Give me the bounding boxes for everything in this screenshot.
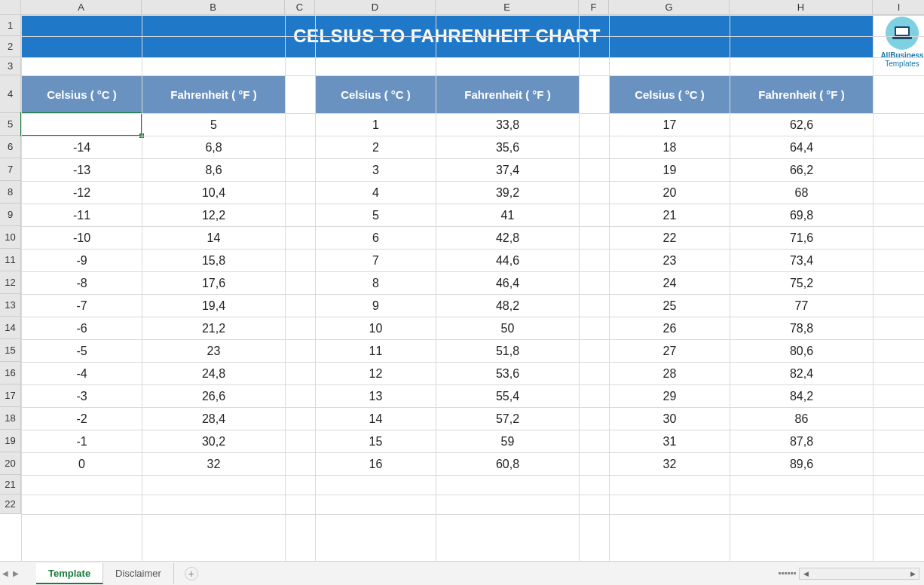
cell-celsius[interactable]: 32 [610, 453, 730, 476]
cell-celsius[interactable]: 28 [610, 363, 730, 385]
cell-celsius[interactable]: -14 [22, 136, 142, 159]
cell-celsius[interactable]: 27 [610, 340, 730, 363]
cell-fahrenheit[interactable]: 89,6 [730, 453, 874, 476]
cell-fahrenheit[interactable]: 32 [142, 453, 286, 476]
cell-celsius[interactable]: 14 [316, 408, 436, 430]
cell-celsius[interactable]: -5 [22, 340, 142, 363]
cell-celsius[interactable]: 10 [316, 317, 436, 340]
cell-fahrenheit[interactable]: 21,2 [142, 317, 286, 340]
cell-fahrenheit[interactable]: 37,4 [436, 159, 580, 182]
tab-disclaimer[interactable]: Disclaimer [103, 563, 174, 584]
row-header-8[interactable]: 8 [0, 181, 21, 204]
cell-fahrenheit[interactable]: 66,2 [730, 159, 874, 182]
cell-fahrenheit[interactable]: 41 [436, 204, 580, 227]
cell-celsius[interactable]: -4 [22, 363, 142, 385]
cell-celsius[interactable]: 6 [316, 227, 436, 250]
cell-fahrenheit[interactable]: 71,6 [730, 227, 874, 250]
column-header-B[interactable]: B [142, 0, 285, 14]
cell-fahrenheit[interactable]: 84,2 [730, 385, 874, 408]
row-header-3[interactable]: 3 [0, 57, 21, 75]
cell-fahrenheit[interactable]: 30,2 [142, 430, 286, 453]
cell-fahrenheit[interactable]: 78,8 [730, 317, 874, 340]
cell-celsius[interactable]: 21 [610, 204, 730, 227]
cell-fahrenheit[interactable]: 14 [142, 227, 286, 250]
cell-fahrenheit[interactable]: 35,6 [436, 136, 580, 159]
cell-fahrenheit[interactable]: 8,6 [142, 159, 286, 182]
cell-celsius[interactable]: 25 [610, 295, 730, 317]
cell-fahrenheit[interactable]: 15,8 [142, 250, 286, 272]
row-header-15[interactable]: 15 [0, 339, 21, 362]
cell-celsius[interactable]: 11 [316, 340, 436, 363]
cell-celsius[interactable]: 16 [316, 453, 436, 476]
cell-fahrenheit[interactable]: 82,4 [730, 363, 874, 385]
cell-celsius[interactable]: 30 [610, 408, 730, 430]
cell-fahrenheit[interactable]: 42,8 [436, 227, 580, 250]
cell-fahrenheit[interactable]: 44,6 [436, 250, 580, 272]
cell-fahrenheit[interactable]: 53,6 [436, 363, 580, 385]
row-header-11[interactable]: 11 [0, 249, 21, 271]
row-header-18[interactable]: 18 [0, 407, 21, 430]
cell-celsius[interactable]: 9 [316, 295, 436, 317]
cell-fahrenheit[interactable]: 17,6 [142, 272, 286, 295]
column-header-G[interactable]: G [609, 0, 730, 14]
cell-fahrenheit[interactable]: 26,6 [142, 385, 286, 408]
row-header-12[interactable]: 12 [0, 271, 21, 294]
column-header-A[interactable]: A [21, 0, 142, 14]
row-header-1[interactable]: 1 [0, 15, 21, 36]
cell-fahrenheit[interactable]: 50 [436, 317, 580, 340]
row-header-10[interactable]: 10 [0, 226, 21, 249]
cell-celsius[interactable]: -13 [22, 159, 142, 182]
cell-fahrenheit[interactable]: 33,8 [436, 114, 580, 136]
horizontal-scrollbar[interactable]: ◀ ▶ [799, 568, 919, 580]
cell-celsius[interactable]: 1 [316, 114, 436, 136]
select-all-corner[interactable] [0, 0, 21, 15]
cell-celsius[interactable]: 22 [610, 227, 730, 250]
cell-celsius[interactable]: 20 [610, 182, 730, 204]
row-header-9[interactable]: 9 [0, 204, 21, 226]
cell-celsius[interactable]: -1 [22, 430, 142, 453]
cell-fahrenheit[interactable]: 28,4 [142, 408, 286, 430]
row-header-6[interactable]: 6 [0, 136, 21, 158]
row-header-16[interactable]: 16 [0, 362, 21, 384]
cell-fahrenheit[interactable]: 69,8 [730, 204, 874, 227]
cell-celsius[interactable]: -6 [22, 317, 142, 340]
cell-celsius[interactable]: -7 [22, 295, 142, 317]
row-header-20[interactable]: 20 [0, 452, 21, 475]
row-header-4[interactable]: 4 [0, 75, 21, 113]
row-header-7[interactable]: 7 [0, 158, 21, 181]
row-header-22[interactable]: 22 [0, 495, 21, 514]
cell-celsius[interactable]: 18 [610, 136, 730, 159]
scroll-left-icon[interactable]: ◀ [800, 568, 812, 579]
cell-celsius[interactable]: 13 [316, 385, 436, 408]
column-header-C[interactable]: C [285, 0, 315, 14]
row-header-17[interactable]: 17 [0, 384, 21, 407]
cell-fahrenheit[interactable]: 86 [730, 408, 874, 430]
cell-celsius[interactable]: 17 [610, 114, 730, 136]
cell-celsius[interactable]: 12 [316, 363, 436, 385]
cell-celsius[interactable]: 0 [22, 453, 142, 476]
cell-fahrenheit[interactable]: 73,4 [730, 250, 874, 272]
cell-fahrenheit[interactable]: 12,2 [142, 204, 286, 227]
cell-celsius[interactable]: 7 [316, 250, 436, 272]
cell-fahrenheit[interactable]: 24,8 [142, 363, 286, 385]
add-sheet-button[interactable]: + [185, 567, 198, 580]
row-header-5[interactable]: 5 [0, 113, 21, 136]
cell-fahrenheit[interactable]: 62,6 [730, 114, 874, 136]
cell-fahrenheit[interactable]: 80,6 [730, 340, 874, 363]
cell-fahrenheit[interactable]: 64,4 [730, 136, 874, 159]
cell-celsius[interactable]: 2 [316, 136, 436, 159]
cell-fahrenheit[interactable]: 77 [730, 295, 874, 317]
column-header-F[interactable]: F [579, 0, 609, 14]
row-header-2[interactable]: 2 [0, 36, 21, 57]
cell-fahrenheit[interactable]: 23 [142, 340, 286, 363]
cell-celsius[interactable]: -2 [22, 408, 142, 430]
cell-celsius[interactable]: -10 [22, 227, 142, 250]
tab-nav-next[interactable]: ▶ [11, 562, 21, 586]
cell-celsius[interactable]: -11 [22, 204, 142, 227]
cell-celsius[interactable]: 5 [316, 204, 436, 227]
cell-celsius[interactable]: 24 [610, 272, 730, 295]
tab-nav-prev[interactable]: ◀ [0, 562, 11, 586]
column-header-D[interactable]: D [315, 0, 436, 14]
cell-fahrenheit[interactable]: 75,2 [730, 272, 874, 295]
cell-fahrenheit[interactable]: 55,4 [436, 385, 580, 408]
